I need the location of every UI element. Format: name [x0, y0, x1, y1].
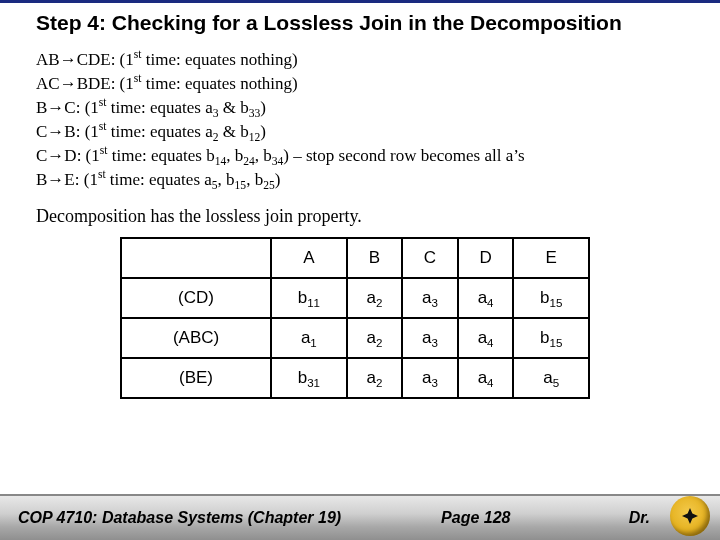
- table-cell: b31: [271, 358, 347, 398]
- top-rule: [0, 0, 720, 3]
- cell-sub: 4: [487, 297, 493, 309]
- footer-bar: COP 4710: Database Systems (Chapter 19) …: [0, 494, 720, 540]
- col-D: D: [458, 238, 514, 278]
- cell-base: a: [366, 328, 375, 347]
- cell-base: a: [422, 368, 431, 387]
- fd-note: (1st time: equates nothing): [120, 74, 298, 93]
- lossless-table: A B C D E (CD)b11a2a3a4b15(ABC)a1a2a3a4b…: [120, 237, 590, 399]
- cell-base: a: [478, 368, 487, 387]
- fd-line: B→C: (1st time: equates a3 & b33): [36, 97, 684, 120]
- fd-line: C→B: (1st time: equates a2 & b12): [36, 121, 684, 144]
- fd-list: AB→CDE: (1st time: equates nothing)AC→BD…: [36, 49, 684, 192]
- cell-base: a: [422, 328, 431, 347]
- table-row: (BE)b31a2a3a4a5: [121, 358, 589, 398]
- cell-base: a: [478, 328, 487, 347]
- table-row: (CD)b11a2a3a4b15: [121, 278, 589, 318]
- fd-line: AC→BDE: (1st time: equates nothing): [36, 73, 684, 96]
- table-cell: a3: [402, 358, 458, 398]
- fd-lhs: B: [36, 170, 47, 189]
- col-C: C: [402, 238, 458, 278]
- fd-rhs: CDE: [77, 50, 111, 69]
- fd-rhs: BDE: [77, 74, 111, 93]
- cell-sub: 4: [487, 377, 493, 389]
- table-cell: b15: [513, 318, 589, 358]
- fd-lhs: C: [36, 146, 47, 165]
- cell-base: a: [478, 288, 487, 307]
- cell-sub: 15: [550, 297, 563, 309]
- fd-lhs: AC: [36, 74, 60, 93]
- slide-title: Step 4: Checking for a Lossless Join in …: [36, 11, 704, 35]
- cell-base: a: [422, 288, 431, 307]
- cell-base: b: [540, 328, 549, 347]
- cell-base: b: [540, 288, 549, 307]
- table-cell: b11: [271, 278, 347, 318]
- cell-sub: 2: [376, 377, 382, 389]
- table-cell: a4: [458, 358, 514, 398]
- fd-note: (1st time: equates a3 & b33): [85, 98, 266, 117]
- footer-page: Page 128: [441, 509, 510, 527]
- fd-rhs: C: [64, 98, 75, 117]
- cell-base: a: [366, 288, 375, 307]
- fd-line: B→E: (1st time: equates a5, b15, b25): [36, 169, 684, 192]
- arrow-icon: →: [47, 122, 64, 141]
- cell-sub: 31: [307, 377, 320, 389]
- row-name: (BE): [121, 358, 271, 398]
- footer-author: Dr.: [629, 509, 650, 527]
- table-header-row: A B C D E: [121, 238, 589, 278]
- fd-rhs: B: [64, 122, 75, 141]
- cell-sub: 4: [487, 337, 493, 349]
- fd-lhs: AB: [36, 50, 60, 69]
- table-cell: a3: [402, 278, 458, 318]
- cell-base: b: [298, 288, 307, 307]
- col-B: B: [347, 238, 403, 278]
- table-cell: a5: [513, 358, 589, 398]
- cell-sub: 3: [432, 297, 438, 309]
- fd-lhs: C: [36, 122, 47, 141]
- table-cell: b15: [513, 278, 589, 318]
- table-cell: a2: [347, 318, 403, 358]
- cell-base: a: [301, 328, 310, 347]
- cell-sub: 1: [310, 337, 316, 349]
- cell-base: b: [298, 368, 307, 387]
- fd-note: (1st time: equates b14, b24, b34) – stop…: [86, 146, 525, 165]
- table-row: (ABC)a1a2a3a4b15: [121, 318, 589, 358]
- table-cell: a1: [271, 318, 347, 358]
- ucf-logo-icon: [670, 496, 710, 536]
- fd-note: (1st time: equates a2 & b12): [85, 122, 266, 141]
- cell-sub: 15: [550, 337, 563, 349]
- fd-note: (1st time: equates a5, b15, b25): [84, 170, 281, 189]
- col-E: E: [513, 238, 589, 278]
- table-cell: a3: [402, 318, 458, 358]
- arrow-icon: →: [47, 170, 64, 189]
- footer-course: COP 4710: Database Systems (Chapter 19): [18, 509, 341, 527]
- table-cell: a2: [347, 278, 403, 318]
- cell-sub: 3: [432, 337, 438, 349]
- fd-note: (1st time: equates nothing): [120, 50, 298, 69]
- cell-base: a: [543, 368, 552, 387]
- arrow-icon: →: [60, 74, 77, 93]
- col-A: A: [271, 238, 347, 278]
- arrow-icon: →: [47, 146, 64, 165]
- table-cell: a2: [347, 358, 403, 398]
- cell-sub: 2: [376, 297, 382, 309]
- fd-line: AB→CDE: (1st time: equates nothing): [36, 49, 684, 72]
- fd-line: C→D: (1st time: equates b14, b24, b34) –…: [36, 145, 684, 168]
- fd-rhs: E: [64, 170, 74, 189]
- property-statement: Decomposition has the lossless join prop…: [36, 206, 684, 227]
- cell-base: a: [366, 368, 375, 387]
- cell-sub: 11: [307, 297, 320, 309]
- cell-sub: 5: [553, 377, 559, 389]
- cell-sub: 2: [376, 337, 382, 349]
- arrow-icon: →: [47, 98, 64, 117]
- fd-rhs: D: [64, 146, 76, 165]
- row-name: (ABC): [121, 318, 271, 358]
- fd-lhs: B: [36, 98, 47, 117]
- header-blank: [121, 238, 271, 278]
- cell-sub: 3: [432, 377, 438, 389]
- table-cell: a4: [458, 278, 514, 318]
- row-name: (CD): [121, 278, 271, 318]
- lossless-table-wrap: A B C D E (CD)b11a2a3a4b15(ABC)a1a2a3a4b…: [120, 237, 590, 399]
- arrow-icon: →: [60, 50, 77, 69]
- table-cell: a4: [458, 318, 514, 358]
